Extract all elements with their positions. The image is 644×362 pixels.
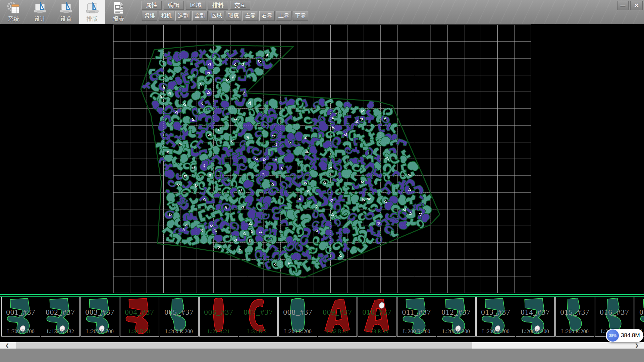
close-button[interactable]: ✕ [630, 1, 643, 10]
part-id: 013_#37 [477, 308, 515, 317]
part-thumbnail-009[interactable]: 009_#37L:32 R:31 [318, 297, 357, 337]
percent-circle: 38% [607, 329, 619, 342]
tool-region[interactable]: 区域 [209, 11, 224, 21]
part-counts: L:700 R:700 [2, 328, 40, 335]
part-thumbnail-011[interactable]: 011_#37L:200 R:200 [397, 297, 436, 337]
part-id: 011_#37 [397, 308, 436, 317]
tool-cluster-nest[interactable]: 聚排 [142, 11, 157, 21]
scrollbar-thumb[interactable] [16, 342, 472, 349]
part-thumbnail-006[interactable]: 006_#37L:21 R:21 [199, 297, 238, 337]
part-id: 012_#37 [437, 308, 475, 317]
part-id: 003_#37 [81, 308, 119, 317]
tool-align-top[interactable]: 上靠 [276, 11, 291, 21]
part-id: 009_#37 [318, 308, 357, 317]
top-toolbar: 系统设计设置排版报表 属性编辑区域排料交互 聚排相机选割全割区域瑕疵左靠右靠上靠… [0, 0, 644, 24]
app-tab-report[interactable]: 报表 [105, 0, 131, 24]
window-controls: — ✕ [617, 1, 643, 10]
app-tab-label: 系统 [8, 15, 19, 23]
part-counts: L:200 R:200 [437, 328, 475, 335]
app-tab-label: 报表 [113, 15, 124, 23]
part-counts: L:200 R:200 [556, 328, 594, 335]
part-id: 016_#37 [595, 308, 634, 317]
part-counts: L:21 R:21 [200, 328, 238, 335]
part-id: 006_#37 [200, 308, 238, 317]
app-tab-label: 设计 [34, 15, 46, 23]
nesting-canvas[interactable] [0, 24, 644, 294]
part-counts: L:132 R:132 [41, 328, 79, 335]
part-id: 008_#37 [279, 308, 317, 317]
part-id: 017_#37 [635, 308, 644, 317]
part-thumbnail-012[interactable]: 012_#37L:200 R:200 [437, 297, 476, 337]
part-thumbnail-004[interactable]: 004_#37L:31 R:31 [120, 297, 159, 337]
ruler-icon [85, 1, 99, 15]
part-id: 010_#37 [358, 308, 396, 317]
memory-status-badge[interactable]: 38% 384.8M [606, 329, 643, 342]
separator-line-bottom [0, 296, 644, 297]
tool-camera[interactable]: 相机 [159, 11, 174, 21]
separator-line-top [0, 294, 644, 295]
part-counts: L:200 R:200 [397, 328, 436, 335]
part-id: 005_#37 [160, 308, 198, 317]
tool-align-bottom[interactable]: 下靠 [293, 11, 308, 21]
memory-value: 384.8M [621, 329, 640, 342]
menu-tab-edit[interactable]: 编辑 [164, 1, 184, 10]
app-tab-label: 排版 [87, 15, 98, 23]
part-counts: L:33 R:33 [358, 328, 396, 335]
parts-cells: 001_#37L:700 R:700002_#37L:132 R:132003_… [1, 297, 644, 337]
part-id: 002_#37 [41, 308, 79, 317]
part-id: 015_#37 [556, 308, 594, 317]
part-thumbnail-015[interactable]: 015_#37L:200 R:200 [555, 297, 594, 337]
ruler-icon [59, 1, 73, 15]
part-thumbnail-002[interactable]: 002_#37L:132 R:132 [41, 297, 80, 337]
app-tab-strip: 系统设计设置排版报表 [1, 0, 131, 24]
menu-bar: 属性编辑区域排料交互 [142, 1, 250, 10]
part-counts: L:32 R:31 [318, 328, 357, 335]
part-counts: L:200 R:200 [81, 328, 119, 335]
percent-value: 38% [609, 334, 616, 338]
part-counts: L:200 R:200 [516, 328, 554, 335]
part-counts: L:200 R:200 [279, 328, 317, 335]
tool-bar: 聚排相机选割全割区域瑕疵左靠右靠上靠下靠 [142, 11, 308, 21]
part-id: 007_#37 [239, 308, 277, 317]
menu-tab-interactive[interactable]: 交互 [230, 1, 250, 10]
minimize-button[interactable]: — [617, 1, 629, 10]
part-counts: L:31 R:31 [120, 328, 159, 335]
part-counts: L:200 R:200 [477, 328, 515, 335]
ruler-icon [33, 1, 47, 15]
menu-tab-nesting[interactable]: 排料 [208, 1, 228, 10]
scroll-right-button[interactable]: ❯ [628, 342, 644, 349]
part-thumbnail-008[interactable]: 008_#37L:200 R:200 [278, 297, 317, 337]
part-thumbnail-007[interactable]: 007_#37L:31 R:31 [239, 297, 278, 337]
system-icon [7, 1, 21, 15]
part-thumbnail-003[interactable]: 003_#37L:200 R:200 [80, 297, 119, 337]
part-counts: L:200 R:200 [160, 328, 198, 335]
part-thumbnail-013[interactable]: 013_#37L:200 R:200 [476, 297, 515, 337]
report-icon [111, 1, 125, 15]
tool-align-left[interactable]: 左靠 [243, 11, 258, 21]
tool-cut-all[interactable]: 全割 [192, 11, 208, 21]
bottom-statusbar [0, 349, 644, 362]
nest-svg[interactable] [0, 24, 644, 294]
part-id: 014_#37 [516, 308, 554, 317]
scroll-left-button[interactable]: ❮ [0, 342, 16, 349]
part-thumbnail-001[interactable]: 001_#37L:700 R:700 [1, 297, 40, 337]
menu-tab-region[interactable]: 区域 [186, 1, 206, 10]
tool-align-right[interactable]: 右靠 [259, 11, 275, 21]
part-counts: L:31 R:31 [239, 328, 277, 335]
part-id: 004_#37 [120, 308, 159, 317]
part-thumbnail-005[interactable]: 005_#37L:200 R:200 [160, 297, 199, 337]
part-id: 001_#37 [2, 308, 40, 317]
part-thumbnail-014[interactable]: 014_#37L:200 R:200 [516, 297, 555, 337]
app-tab-system[interactable]: 系统 [1, 0, 27, 24]
app-tab-settings[interactable]: 设置 [53, 0, 79, 24]
app-tab-design[interactable]: 设计 [27, 0, 53, 24]
menu-tab-properties[interactable]: 属性 [142, 1, 162, 10]
app-tab-label: 设置 [60, 15, 72, 23]
part-thumbnail-010[interactable]: 010_#37L:33 R:33 [358, 297, 396, 337]
horizontal-scrollbar[interactable]: ❮ ❯ [0, 342, 644, 349]
app-tab-nesting[interactable]: 排版 [79, 0, 105, 24]
parts-thumbnail-bar: 001_#37L:700 R:700002_#37L:132 R:132003_… [0, 294, 644, 338]
tool-defect[interactable]: 瑕疵 [226, 11, 241, 21]
tool-select-cut[interactable]: 选割 [175, 11, 191, 21]
